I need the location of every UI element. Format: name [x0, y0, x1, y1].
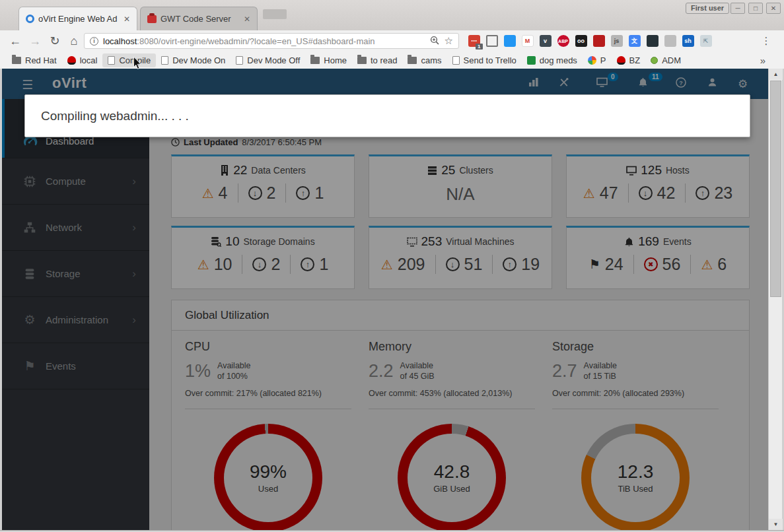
address-bar[interactable]: i localhost:8080/ovirt-engine/webadmin/?… — [84, 33, 459, 49]
photos-icon — [588, 56, 596, 65]
bookmarks-bar: Red Hat local Compile Dev Mode On Dev Mo… — [0, 51, 784, 69]
redhat-icon — [67, 56, 76, 65]
bookmarks-overflow-chevron[interactable]: » — [760, 55, 766, 66]
translate-icon[interactable]: 文 — [629, 35, 641, 47]
bookmark-to-read[interactable]: to read — [352, 53, 402, 67]
tab-gwt-code-server[interactable]: GWT Code Server ✕ — [140, 7, 258, 30]
window-controls: ─ □ ✕ — [731, 3, 781, 14]
folder-icon — [310, 57, 320, 64]
bookmark-bz[interactable]: BZ — [612, 53, 646, 67]
ovirt-favicon — [26, 15, 34, 23]
bookmark-red-hat[interactable]: Red Hat — [7, 53, 62, 67]
compiling-message: Compiling webadmin... . . . — [25, 109, 189, 123]
folder-icon — [12, 57, 21, 64]
owl-extension-icon[interactable]: oo — [575, 35, 587, 47]
gwt-favicon — [147, 15, 157, 23]
pin-icon — [651, 57, 658, 64]
modal-dim-overlay — [2, 69, 768, 530]
browser-menu-icon[interactable]: ⋮ — [758, 33, 774, 49]
bookmark-cams[interactable]: cams — [402, 53, 446, 67]
adblock-plus-icon[interactable]: ABP — [557, 35, 569, 47]
scroll-up-icon[interactable]: ▲ — [769, 69, 783, 80]
browser-profile-button[interactable]: First user — [686, 3, 729, 14]
pane-extension-icon[interactable]: ⇱ — [700, 35, 712, 47]
ovirt-webadmin-page: ☰ oVirt 0 11 ? ⚙ Dashboard — [2, 69, 768, 530]
bookmark-dog-meds[interactable]: dog meds — [522, 53, 583, 67]
redhat-icon — [617, 56, 625, 65]
page-icon — [161, 56, 168, 65]
bookmark-compile[interactable]: Compile — [102, 53, 156, 67]
folder-icon — [357, 57, 367, 64]
spreadsheet-icon — [527, 56, 536, 65]
mouse-cursor — [133, 56, 142, 73]
tab-close-icon[interactable]: ✕ — [242, 15, 252, 24]
bookmark-home[interactable]: Home — [305, 53, 352, 67]
scroll-down-icon[interactable]: ▼ — [769, 519, 783, 530]
window-extension-icon[interactable] — [504, 35, 516, 47]
js-tools-icon[interactable]: js — [611, 35, 623, 47]
scrollbar-thumb[interactable] — [770, 81, 781, 297]
sh-extension-icon[interactable]: sh — [682, 35, 694, 47]
gmail-icon[interactable]: M — [522, 35, 534, 47]
close-button[interactable]: ✕ — [766, 3, 781, 14]
bookmark-send-to-trello[interactable]: Send to Trello — [447, 53, 522, 67]
bookmark-dev-mode-on[interactable]: Dev Mode On — [156, 53, 231, 67]
cast-icon[interactable] — [486, 35, 498, 47]
pocket-icon[interactable]: v — [540, 35, 552, 47]
zoom-icon[interactable] — [430, 36, 439, 47]
reload-button[interactable]: ↻ — [46, 30, 63, 51]
tab-title: GWT Code Server — [160, 14, 238, 24]
red-book-icon[interactable] — [593, 35, 605, 47]
chat-extension-icon[interactable] — [664, 35, 676, 47]
page-icon — [108, 56, 115, 65]
bookmark-local[interactable]: local — [62, 53, 103, 67]
bug-extension-icon[interactable] — [647, 35, 659, 47]
forward-button[interactable]: → — [26, 30, 44, 51]
page-icon — [236, 56, 243, 65]
tab-close-icon[interactable]: ✕ — [122, 15, 131, 24]
compiling-dialog: Compiling webadmin... . . . — [24, 94, 750, 137]
minimize-button[interactable]: ─ — [731, 3, 745, 14]
page-scrollbar[interactable]: ▲ ▼ — [768, 69, 782, 530]
maximize-button[interactable]: □ — [748, 3, 763, 14]
bookmark-dev-mode-off[interactable]: Dev Mode Off — [231, 53, 305, 67]
page-info-icon[interactable]: i — [90, 37, 98, 46]
tab-ovirt-webadmin[interactable]: oVirt Engine Web Ad ✕ — [18, 7, 137, 30]
back-button[interactable]: ← — [7, 30, 24, 51]
extension-notifier-icon[interactable]: ⋯1 — [468, 35, 480, 47]
browser-titlebar: oVirt Engine Web Ad ✕ GWT Code Server ✕ … — [0, 0, 784, 30]
folder-icon — [408, 57, 417, 64]
url-text[interactable]: localhost:8080/ovirt-engine/webadmin/?lo… — [103, 36, 425, 46]
bookmark-star-icon[interactable]: ☆ — [445, 35, 453, 47]
extension-icons: ⋯1 M v ABP oo js 文 sh ⇱ — [465, 33, 715, 49]
new-tab-button[interactable] — [263, 9, 287, 19]
page-icon — [452, 56, 460, 65]
tab-title: oVirt Engine Web Ad — [38, 14, 118, 24]
bookmark-adm[interactable]: ADM — [645, 53, 686, 67]
browser-toolbar: ← → ↻ ⌂ i localhost:8080/ovirt-engine/we… — [0, 30, 784, 51]
home-button[interactable]: ⌂ — [65, 30, 83, 51]
bookmark-p[interactable]: P — [583, 53, 612, 67]
